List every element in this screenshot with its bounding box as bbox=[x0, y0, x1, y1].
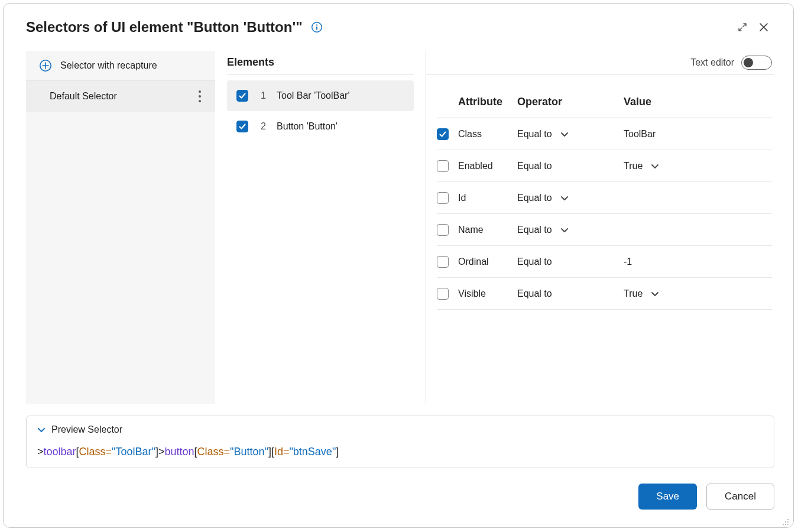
operator-value: Equal to bbox=[517, 225, 552, 235]
operator-value: Equal to bbox=[517, 257, 552, 267]
cancel-button[interactable]: Cancel bbox=[706, 484, 774, 510]
attribute-checkbox[interactable] bbox=[437, 160, 449, 172]
selectors-column: Selector with recapture Default Selector bbox=[26, 51, 215, 404]
attribute-row: ClassEqual toToolBar bbox=[437, 118, 772, 150]
operator-select[interactable]: Equal to bbox=[517, 193, 624, 203]
selector-token: button bbox=[164, 446, 194, 458]
operator-select[interactable]: Equal to bbox=[517, 129, 624, 140]
text-editor-toggle-label: Text editor bbox=[690, 57, 734, 68]
attribute-name: Ordinal bbox=[458, 257, 517, 267]
element-label: Tool Bar 'ToolBar' bbox=[277, 90, 350, 101]
operator-select[interactable]: Equal to bbox=[517, 161, 624, 171]
elements-heading: Elements bbox=[227, 51, 414, 74]
attribute-row: EnabledEqual toTrue bbox=[437, 150, 772, 182]
preview-selector-heading: Preview Selector bbox=[51, 424, 122, 435]
attribute-value: -1 bbox=[624, 257, 632, 267]
close-icon[interactable] bbox=[753, 17, 774, 38]
value-field[interactable]: True bbox=[624, 288, 772, 299]
attributes-table: Attribute Operator Value ClassEqual toTo… bbox=[426, 74, 774, 310]
attributes-topbar: Text editor bbox=[426, 51, 774, 74]
attribute-name: Name bbox=[458, 225, 517, 235]
selector-token: ] bbox=[336, 446, 339, 458]
attribute-row: VisibleEqual toTrue bbox=[437, 278, 772, 310]
selector-token: "ToolBar" bbox=[112, 446, 155, 458]
attribute-checkbox[interactable] bbox=[437, 128, 449, 140]
element-index: 2 bbox=[259, 121, 266, 132]
operator-header: Operator bbox=[517, 96, 624, 108]
svg-point-1 bbox=[316, 24, 317, 25]
attribute-checkbox[interactable] bbox=[437, 192, 449, 204]
svg-point-6 bbox=[785, 521, 786, 523]
svg-point-9 bbox=[783, 524, 784, 525]
save-button[interactable]: Save bbox=[638, 484, 697, 510]
attribute-name: Visible bbox=[458, 288, 517, 299]
info-icon[interactable] bbox=[311, 21, 323, 33]
attributes-header-row: Attribute Operator Value bbox=[437, 86, 772, 118]
selector-token: > bbox=[37, 446, 44, 458]
selector-item[interactable]: Default Selector bbox=[26, 80, 215, 112]
chevron-down-icon[interactable] bbox=[651, 290, 659, 298]
attribute-value: True bbox=[624, 161, 643, 171]
plus-circle-icon bbox=[39, 59, 52, 72]
selector-token: Class bbox=[197, 446, 224, 458]
preview-selector-panel: Preview Selector > toolbar[Class="ToolBa… bbox=[26, 416, 774, 468]
text-editor-toggle[interactable] bbox=[741, 56, 772, 70]
value-field[interactable]: ToolBar bbox=[624, 129, 772, 140]
selector-token: > bbox=[158, 446, 165, 458]
preview-selector-toggle[interactable]: Preview Selector bbox=[37, 424, 763, 435]
selectors-empty-area bbox=[26, 112, 215, 404]
dialog-header: Selectors of UI element "Button 'Button'… bbox=[4, 4, 793, 43]
svg-rect-2 bbox=[316, 27, 317, 30]
resize-grip-icon[interactable] bbox=[781, 517, 790, 525]
operator-select[interactable]: Equal to bbox=[517, 257, 624, 267]
value-field[interactable]: -1 bbox=[624, 257, 772, 267]
svg-point-8 bbox=[785, 524, 786, 525]
elements-column: Elements 1Tool Bar 'ToolBar'2Button 'But… bbox=[227, 51, 414, 404]
attribute-value: ToolBar bbox=[624, 129, 656, 140]
selector-item-label: Default Selector bbox=[50, 91, 184, 102]
operator-value: Equal to bbox=[517, 129, 552, 140]
chevron-down-icon[interactable] bbox=[560, 130, 569, 138]
attribute-name: Class bbox=[458, 129, 517, 140]
operator-select[interactable]: Equal to bbox=[517, 288, 624, 299]
selector-token: Class bbox=[79, 446, 106, 458]
selector-with-recapture-label: Selector with recapture bbox=[60, 60, 157, 71]
value-header: Value bbox=[624, 96, 772, 108]
element-row[interactable]: 2Button 'Button' bbox=[227, 111, 414, 142]
attribute-checkbox[interactable] bbox=[437, 224, 449, 236]
attribute-value: True bbox=[624, 288, 643, 299]
element-index: 1 bbox=[259, 90, 266, 101]
chevron-down-icon bbox=[37, 426, 46, 434]
attribute-row: IdEqual to bbox=[437, 182, 772, 214]
attribute-checkbox[interactable] bbox=[437, 256, 449, 268]
selector-builder-dialog: Selectors of UI element "Button 'Button'… bbox=[3, 3, 794, 528]
attribute-name: Enabled bbox=[458, 161, 517, 171]
chevron-down-icon[interactable] bbox=[560, 226, 569, 234]
svg-point-4 bbox=[787, 519, 789, 520]
element-label: Button 'Button' bbox=[277, 121, 338, 132]
element-row[interactable]: 1Tool Bar 'ToolBar' bbox=[227, 80, 414, 111]
maximize-icon[interactable] bbox=[732, 17, 753, 38]
operator-select[interactable]: Equal to bbox=[517, 225, 624, 235]
element-checkbox[interactable] bbox=[236, 90, 248, 102]
more-vertical-icon[interactable] bbox=[192, 90, 208, 102]
attribute-checkbox[interactable] bbox=[437, 288, 449, 300]
selector-token: = bbox=[224, 446, 231, 458]
svg-point-7 bbox=[787, 524, 789, 525]
chevron-down-icon[interactable] bbox=[651, 162, 659, 170]
selector-token: toolbar bbox=[44, 446, 76, 458]
dialog-footer: Save Cancel bbox=[4, 468, 793, 527]
attribute-row: NameEqual to bbox=[437, 214, 772, 246]
attribute-row: OrdinalEqual to-1 bbox=[437, 246, 772, 278]
value-field[interactable]: True bbox=[624, 161, 772, 171]
dialog-title: Selectors of UI element "Button 'Button'… bbox=[26, 19, 303, 35]
selector-token: = bbox=[283, 446, 290, 458]
selector-token: Id bbox=[274, 446, 283, 458]
chevron-down-icon[interactable] bbox=[560, 194, 569, 202]
operator-value: Equal to bbox=[517, 193, 552, 203]
attributes-column: Text editor Attribute Operator Value Cla… bbox=[426, 51, 774, 404]
preview-selector-code: > toolbar[Class="ToolBar"] > button[Clas… bbox=[37, 446, 763, 458]
attribute-name: Id bbox=[458, 193, 517, 203]
selector-with-recapture-button[interactable]: Selector with recapture bbox=[26, 51, 215, 80]
element-checkbox[interactable] bbox=[236, 121, 248, 132]
